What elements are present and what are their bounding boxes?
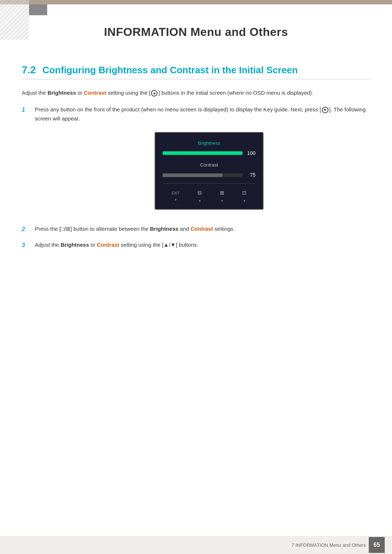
osd-exit-label: EXIT (172, 190, 180, 196)
step-2-text: Press the [□/⊞] button to alternate betw… (35, 224, 370, 234)
osd-btn2-arrow: ▼ (220, 198, 224, 204)
intro-brightness: Brightness (48, 90, 76, 96)
osd-brightness-value: 100 (245, 149, 256, 158)
osd-btn3-item: ⊡ ▼ (242, 189, 246, 204)
osd-contrast-value: 75 (245, 171, 256, 180)
intro-part4: ] buttons in the initial screen (where n… (158, 90, 313, 96)
osd-btn3-arrow: ▼ (243, 198, 246, 204)
osd-brightness-row: Brightness 100 (163, 139, 256, 158)
osd-exit-arrow: ▼ (174, 197, 177, 203)
step-3-text-part2: or (89, 242, 97, 248)
step-1-text-part1: Press any button on the front of the pro… (35, 106, 321, 112)
osd-exit-item: EXIT ▼ (172, 190, 180, 203)
step-3-text: Adjust the Brightness or Contrast settin… (35, 240, 370, 250)
main-title: INFORMATION Menu and Others (22, 11, 370, 50)
osd-container: Brightness 100 Contrast (48, 132, 370, 210)
step-3-text-part3: setting using the [▲/▼] buttons. (119, 242, 198, 248)
top-stripe (0, 0, 392, 4)
step-2-brightness: Brightness (150, 226, 178, 232)
osd-brightness-fill (163, 151, 242, 155)
intro-paragraph: Adjust the Brightness or Contrast settin… (22, 88, 370, 98)
step-2: 2 Press the [□/⊞] button to alternate be… (22, 224, 370, 234)
step-1-text: Press any button on the front of the pro… (35, 105, 370, 219)
osd-btn1-icon: ⊟ (197, 189, 202, 197)
osd-btn2-icon: ⊞ (220, 189, 224, 197)
osd-brightness-track (163, 151, 242, 155)
step-1-number: 1 (22, 105, 29, 115)
osd-contrast-bar-row: 75 (163, 171, 256, 180)
steps-list: 1 Press any button on the front of the p… (22, 105, 370, 250)
left-pattern-block (29, 4, 47, 15)
osd-btn1-item: ⊟ ▼ (197, 189, 202, 204)
osd-btn3-icon: ⊡ (242, 189, 246, 197)
intro-contrast: Contrast (84, 90, 106, 96)
circle-dot-icon-2 (322, 107, 328, 113)
section-title: Configuring Brightness and Contrast in t… (42, 65, 298, 76)
left-pattern (0, 0, 29, 40)
osd-divider (163, 183, 256, 184)
section-heading: 7.2 Configuring Brightness and Contrast … (22, 64, 370, 79)
osd-contrast-label: Contrast (163, 161, 256, 169)
page-content: INFORMATION Menu and Others 7.2 Configur… (0, 0, 392, 285)
step-3: 3 Adjust the Brightness or Contrast sett… (22, 240, 370, 250)
section-number: 7.2 (22, 64, 36, 76)
step-3-contrast: Contrast (97, 242, 119, 248)
step-3-text-part1: Adjust the (35, 242, 61, 248)
intro-part1: Adjust the (22, 90, 48, 96)
osd-screen: Brightness 100 Contrast (155, 132, 264, 210)
osd-footer: EXIT ▼ ⊟ ▼ ⊞ ▼ (163, 187, 256, 204)
page-footer: 7 INFORMATION Menu and Others 65 (0, 536, 392, 554)
circle-dot-icon (151, 90, 158, 97)
osd-contrast-fill (163, 173, 222, 177)
footer-text: 7 INFORMATION Menu and Others (291, 542, 366, 548)
osd-brightness-bar-row: 100 (163, 149, 256, 158)
intro-part3: setting using the [ (106, 90, 151, 96)
osd-contrast-track (163, 173, 242, 177)
step-2-text-part1: Press the [□/⊞] button to alternate betw… (35, 226, 150, 232)
osd-contrast-row: Contrast 75 (163, 161, 256, 180)
osd-btn1-arrow: ▼ (198, 198, 201, 204)
step-2-contrast: Contrast (191, 226, 213, 232)
footer-page-number: 65 (369, 537, 385, 553)
step-1: 1 Press any button on the front of the p… (22, 105, 370, 219)
step-3-number: 3 (22, 240, 29, 250)
osd-btn2-item: ⊞ ▼ (220, 189, 224, 204)
step-2-number: 2 (22, 224, 29, 234)
step-3-brightness: Brightness (61, 242, 89, 248)
intro-part2: or (76, 90, 84, 96)
step-2-text-part2: and (179, 226, 191, 232)
step-2-text-part3: settings. (213, 226, 235, 232)
osd-brightness-label: Brightness (163, 139, 256, 147)
